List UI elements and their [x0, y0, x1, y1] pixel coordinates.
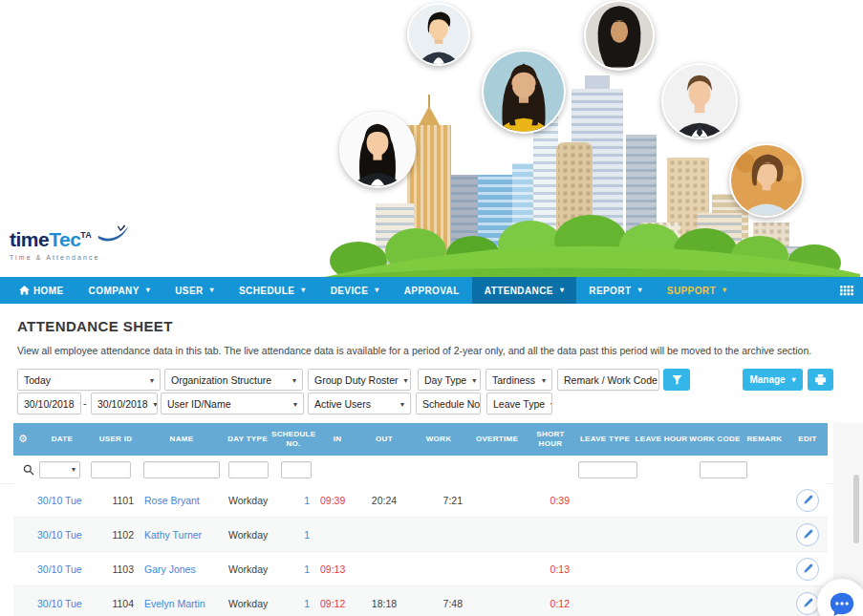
logo-tagline: Time & Attendance: [10, 254, 135, 261]
schedule-no-filter-input[interactable]: [281, 461, 312, 478]
cell-work: 7:48: [409, 598, 468, 609]
column-header-edit: EDIT: [787, 435, 828, 444]
remark-work-code-select[interactable]: Remark / Work Code: [557, 369, 659, 391]
table-row: 30/10 Tue1104Evelyn MartinWorkday109:121…: [13, 586, 828, 616]
column-header-leave-hour: LEAVE HOUR: [635, 435, 688, 444]
day-type-select[interactable]: Day Type: [418, 369, 481, 391]
employee-photo-female-1: [482, 50, 566, 134]
chevron-down-icon: [789, 374, 796, 385]
cell-date[interactable]: 30/10 Tue: [32, 529, 92, 541]
cell-day-type: Workday: [224, 495, 271, 506]
leave-type-select[interactable]: Leave Type: [486, 393, 552, 414]
column-header-date: DATE: [32, 435, 92, 444]
edit-row-button[interactable]: [796, 489, 819, 512]
manage-button[interactable]: Manage: [743, 369, 803, 391]
chevron-down-icon: [287, 374, 296, 386]
print-button[interactable]: [808, 369, 833, 391]
cell-out: 18:18: [359, 598, 409, 609]
vertical-scrollbar[interactable]: [853, 475, 859, 543]
employee-photo-male-1: [407, 3, 470, 66]
chevron-down-icon: [658, 374, 659, 386]
timetec-ta-app: timeTecTA Time & Attendance HOME COMPANY…: [0, 0, 863, 616]
cell-user-id: 1104: [92, 598, 140, 609]
home-icon: [19, 286, 30, 295]
active-users-select[interactable]: Active Users: [308, 393, 411, 414]
nav-item-company[interactable]: COMPANY: [76, 277, 163, 304]
cell-short-hour: 0:13: [526, 563, 575, 575]
nav-item-attendance[interactable]: ATTENDANCE: [472, 277, 577, 304]
pencil-icon: [803, 563, 813, 574]
work-code-filter-input[interactable]: [700, 461, 747, 478]
schedule-no-select[interactable]: Schedule No.: [416, 393, 481, 414]
cell-date[interactable]: 30/10 Tue: [32, 563, 92, 575]
apply-filter-button[interactable]: [663, 369, 690, 391]
table-row: 30/10 Tue1103Gary JonesWorkday109:130:13: [13, 552, 828, 586]
nav-item-support[interactable]: SUPPORT: [655, 277, 740, 304]
nav-item-report[interactable]: REPORT: [576, 277, 655, 304]
nav-item-home[interactable]: HOME: [7, 277, 76, 304]
tardiness-select[interactable]: Tardiness: [485, 369, 552, 391]
employee-photo-female-2: [339, 112, 416, 188]
column-header-remark: REMARK: [742, 435, 787, 444]
edit-row-button[interactable]: [796, 523, 819, 546]
edit-row-button[interactable]: [796, 558, 819, 581]
column-header-day-type: DAY TYPE: [224, 435, 271, 444]
day-type-filter-input[interactable]: [228, 461, 269, 478]
pencil-icon: [803, 598, 813, 608]
pencil-icon: [803, 529, 813, 540]
page-title: ATTENDANCE SHEET: [17, 318, 173, 334]
column-header-short-hour: SHORT HOUR: [526, 430, 575, 449]
printer-icon: [814, 373, 827, 386]
cell-day-type: Workday: [224, 598, 271, 609]
nav-item-schedule[interactable]: SCHEDULE: [227, 277, 318, 304]
chevron-down-icon: [536, 374, 546, 386]
employee-photo-female-3: [729, 143, 804, 218]
table-filter-row: [0, 456, 863, 484]
organization-structure-select[interactable]: Organization Structure: [164, 369, 303, 391]
chevron-down-icon: [144, 374, 154, 386]
column-header-schedule-no: SCHEDULE NO.: [271, 430, 315, 449]
chevron-down-icon: [466, 374, 476, 386]
employee-photo-male-2: [661, 63, 738, 139]
leave-type-filter-input[interactable]: [578, 461, 637, 478]
edit-row-button[interactable]: [796, 592, 819, 615]
chevron-down-icon: [288, 398, 297, 410]
column-settings-gear-icon[interactable]: ⚙: [13, 433, 32, 446]
cell-user-id: 1102: [92, 529, 140, 541]
cell-short-hour: 0:39: [526, 495, 575, 506]
date-preset-select[interactable]: Today: [17, 369, 161, 391]
logo-text-tec: Tec: [49, 228, 80, 250]
funnel-icon: [672, 374, 682, 385]
chevron-down-icon: [148, 398, 158, 410]
cell-name[interactable]: Evelyn Martin: [140, 598, 224, 609]
cell-date[interactable]: 30/10 Tue: [32, 598, 92, 609]
table-row: 30/10 Tue1102Kathy TurnerWorkday1: [13, 518, 828, 552]
column-header-in: IN: [315, 435, 359, 444]
name-filter-input[interactable]: [143, 461, 220, 478]
cell-user-id: 1103: [92, 563, 140, 575]
apps-grid-icon[interactable]: [840, 286, 853, 296]
main-navigation-bar: HOME COMPANY USER SCHEDULE DEVICE APPROV…: [0, 277, 863, 304]
group-duty-roster-select[interactable]: Group Duty Roster: [308, 369, 411, 391]
column-header-name: NAME: [140, 435, 224, 444]
nav-item-device[interactable]: DEVICE: [318, 277, 392, 304]
employee-photo-female-hijab: [584, 0, 655, 71]
logo-text-time: time: [10, 228, 49, 250]
cell-in: 09:39: [315, 495, 359, 506]
cell-work: 7:21: [409, 495, 468, 506]
cell-date[interactable]: 30/10 Tue: [32, 495, 92, 506]
date-filter-select[interactable]: [39, 461, 80, 478]
page-description: View all employee attendance data in thi…: [17, 345, 811, 356]
timetec-logo: timeTecTA Time & Attendance: [0, 219, 135, 274]
date-from-select[interactable]: 30/10/2018: [17, 393, 81, 414]
user-id-filter-input[interactable]: [91, 461, 131, 478]
user-id-name-select[interactable]: User ID/Name: [161, 393, 304, 414]
cell-name[interactable]: Kathy Turner: [140, 529, 224, 541]
nav-item-approval[interactable]: APPROVAL: [392, 277, 472, 304]
date-to-select[interactable]: 30/10/2018: [91, 393, 158, 414]
cell-short-hour: 0:12: [526, 598, 575, 609]
cell-name[interactable]: Rose Bryant: [140, 495, 224, 506]
search-icon: [23, 464, 34, 476]
nav-item-user[interactable]: USER: [162, 277, 227, 304]
cell-name[interactable]: Gary Jones: [140, 563, 224, 575]
